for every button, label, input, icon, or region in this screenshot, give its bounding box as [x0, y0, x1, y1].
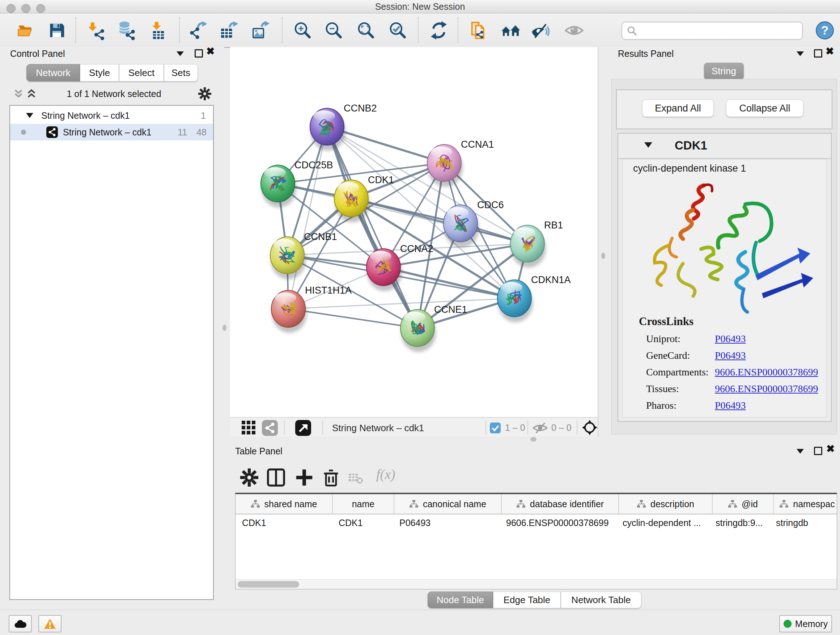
zoom-selected-icon[interactable]: [388, 21, 408, 40]
network-canvas[interactable]: CCNB2CCNA1CDC25BCDK1CDC6RB1CCNB1CCNA2CDK…: [230, 47, 598, 417]
tab-style[interactable]: Style: [80, 64, 119, 81]
delete-column-icon[interactable]: [322, 469, 340, 486]
import-table-icon[interactable]: [149, 21, 168, 40]
column-header-namespac[interactable]: namespac: [774, 494, 840, 514]
vertical-splitter[interactable]: [598, 47, 609, 437]
clone-network-icon[interactable]: [470, 21, 489, 40]
show-columns-icon[interactable]: [267, 469, 285, 486]
float-panel-icon[interactable]: [814, 447, 822, 455]
table-cell[interactable]: CDK1: [332, 518, 393, 528]
node-RB1[interactable]: RB1: [510, 220, 563, 268]
help-icon[interactable]: ?: [815, 21, 835, 40]
panel-menu-caret-icon[interactable]: [797, 449, 804, 454]
table-cell[interactable]: stringdb: [769, 518, 836, 528]
cloud-button[interactable]: [9, 615, 32, 632]
tab-node-table[interactable]: Node Table: [428, 592, 493, 608]
node-CDC25B[interactable]: CDC25B: [261, 160, 333, 207]
crosslink-link[interactable]: P06493: [715, 400, 746, 411]
scrollbar-thumb[interactable]: [238, 581, 299, 587]
fit-selected-crosshair-icon[interactable]: [582, 420, 598, 435]
tab-string[interactable]: String: [704, 63, 744, 80]
column-header-name[interactable]: name: [333, 494, 394, 514]
tab-sets[interactable]: Sets: [164, 64, 198, 81]
memory-button[interactable]: Memory: [779, 615, 832, 632]
warnings-button[interactable]: [38, 615, 62, 632]
table-cell[interactable]: 9606.ENSP00000378699: [500, 518, 616, 528]
edge-HIST1H1A-CCNE1[interactable]: [288, 309, 417, 328]
save-session-icon[interactable]: [47, 21, 66, 40]
close-panel-icon[interactable]: ✖: [206, 48, 215, 55]
node-HIST1H1A[interactable]: HIST1H1A: [271, 285, 352, 333]
horizontal-splitter-handle[interactable]: [531, 437, 537, 442]
tab-edge-table[interactable]: Edge Table: [493, 592, 561, 608]
export-image-icon[interactable]: [251, 21, 270, 40]
table-gear-icon[interactable]: [240, 469, 258, 486]
search-input[interactable]: [639, 25, 802, 36]
node-CCNB2[interactable]: CCNB2: [310, 103, 377, 150]
node-CDKN1A[interactable]: CDKN1A: [497, 274, 571, 322]
panel-menu-caret-icon[interactable]: [797, 51, 804, 56]
horizontal-splitter[interactable]: [230, 437, 840, 443]
tab-select[interactable]: Select: [119, 64, 164, 81]
node-CCNA2[interactable]: CCNA2: [366, 243, 433, 291]
zoom-out-icon[interactable]: [324, 21, 344, 40]
zoom-in-icon[interactable]: [293, 21, 313, 40]
section-collapse-icon[interactable]: [644, 142, 652, 148]
table-cell[interactable]: stringdb:9...: [709, 518, 769, 528]
tree-expand-icon[interactable]: [26, 113, 33, 118]
zoom-fit-icon[interactable]: [356, 21, 376, 40]
import-network-icon[interactable]: [87, 21, 106, 40]
toolbar-divider: [458, 17, 458, 43]
collapse-all-button[interactable]: Collapse All: [726, 100, 804, 117]
tab-network-table[interactable]: Network Table: [561, 592, 641, 608]
left-splitter-handle[interactable]: [223, 325, 226, 331]
node-label-CCNB1: CCNB1: [304, 231, 337, 242]
edge-CCNB2-CCNE1[interactable]: [327, 127, 417, 328]
tab-network[interactable]: Network: [27, 64, 80, 81]
crosslink-link[interactable]: P06493: [715, 333, 746, 345]
column-header-database-identifier[interactable]: database identifier: [502, 494, 619, 514]
grid-view-icon[interactable]: [242, 421, 256, 435]
node-CDC6[interactable]: CDC6: [444, 200, 504, 247]
node-CCNE1[interactable]: CCNE1: [401, 304, 467, 352]
open-session-icon[interactable]: [16, 21, 36, 40]
column-header-canonical-name[interactable]: canonical name: [394, 494, 502, 514]
panel-menu-caret-icon[interactable]: [177, 51, 184, 56]
selected-checkbox-icon[interactable]: [490, 423, 501, 433]
table-row[interactable]: CDK1CDK1P064939606.ENSP00000378699cyclin…: [235, 515, 837, 531]
right-splitter-handle[interactable]: [601, 253, 605, 259]
node-CCNB1[interactable]: CCNB1: [270, 231, 337, 279]
float-panel-icon[interactable]: [814, 49, 822, 57]
crosslink-link[interactable]: 9606.ENSP00000378699: [715, 366, 818, 378]
network-collection-row[interactable]: String Network – cdk1 1: [10, 107, 213, 124]
node-label-CDKN1A: CDKN1A: [531, 274, 571, 285]
gear-icon[interactable]: [198, 87, 211, 100]
crosslink-link[interactable]: 9606.ENSP00000378699: [715, 383, 818, 394]
column-header-description[interactable]: description: [619, 494, 713, 514]
network-row-selected[interactable]: String Network – cdk1 11 48: [10, 124, 213, 141]
horizontal-scrollbar[interactable]: [235, 579, 837, 589]
expand-all-chevron-icon[interactable]: [27, 89, 36, 99]
home-networks-icon[interactable]: [501, 21, 521, 40]
close-panel-icon[interactable]: ✖: [826, 48, 834, 55]
string-view-icon[interactable]: [262, 420, 278, 436]
crosslink-link[interactable]: P06493: [715, 350, 746, 361]
expand-all-button[interactable]: Expand All: [642, 100, 714, 117]
table-cell[interactable]: cyclin-dependent ...: [616, 518, 709, 528]
table-cell[interactable]: P06493: [393, 518, 500, 528]
column-header-shared-name[interactable]: shared name: [235, 494, 333, 514]
search-field[interactable]: [622, 22, 803, 40]
column-header-@id[interactable]: @id: [713, 494, 774, 514]
birdseye-view-icon[interactable]: [295, 420, 311, 436]
collapse-all-chevron-icon[interactable]: [14, 89, 23, 99]
export-network-icon[interactable]: [189, 21, 208, 40]
hide-unhide-icon[interactable]: [531, 21, 550, 40]
add-column-icon[interactable]: [295, 469, 313, 486]
export-table-icon[interactable]: [219, 21, 239, 40]
table-cell[interactable]: CDK1: [235, 518, 332, 528]
import-from-database-icon[interactable]: [117, 21, 136, 40]
refresh-icon[interactable]: [429, 21, 448, 40]
float-panel-icon[interactable]: [195, 49, 203, 57]
node-section-header[interactable]: CDK1: [618, 134, 831, 159]
close-panel-icon[interactable]: ✖: [826, 445, 835, 453]
